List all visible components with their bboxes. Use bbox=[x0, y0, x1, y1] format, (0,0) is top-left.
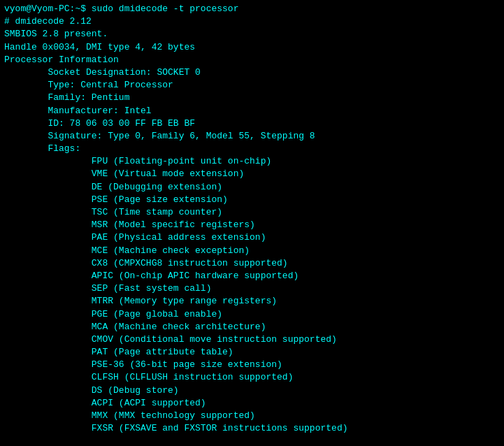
terminal-line: Family: Pentium bbox=[4, 92, 500, 104]
terminal-line: MSR (Model specific registers) bbox=[4, 219, 500, 231]
terminal-line: Handle 0x0034, DMI type 4, 42 bytes bbox=[4, 41, 500, 54]
terminal-line: ID: 78 06 03 00 FF FB EB BF bbox=[4, 117, 500, 130]
terminal-line: vyom@Vyom-PC:~$ sudo dmidecode -t proces… bbox=[4, 3, 500, 15]
terminal-line: Manufacturer: Intel bbox=[4, 105, 500, 117]
terminal-line: Type: Central Processor bbox=[4, 79, 500, 92]
terminal-line: SMBIOS 2.8 present. bbox=[4, 28, 500, 41]
terminal-line: Processor Information bbox=[4, 54, 500, 66]
terminal-line: CLFSH (CLFLUSH instruction supported) bbox=[4, 371, 500, 384]
terminal-line: CX8 (CMPXCHG8 instruction supported) bbox=[4, 257, 500, 270]
terminal-line: Flags: bbox=[4, 143, 500, 155]
terminal-line: PSE (Page size extension) bbox=[4, 194, 500, 206]
terminal-line: # dmidecode 2.12 bbox=[4, 15, 500, 28]
terminal-line: PAT (Page attribute table) bbox=[4, 346, 500, 359]
terminal-line: ACPI (ACPI supported) bbox=[4, 397, 500, 410]
terminal-line: MCE (Machine check exception) bbox=[4, 245, 500, 257]
terminal-line: FPU (Floating-point unit on-chip) bbox=[4, 155, 500, 168]
terminal-line: DE (Debugging extension) bbox=[4, 181, 500, 194]
terminal-window: vyom@Vyom-PC:~$ sudo dmidecode -t proces… bbox=[0, 0, 504, 446]
terminal-line: VME (Virtual mode extension) bbox=[4, 168, 500, 180]
terminal-line: CMOV (Conditional move instruction suppo… bbox=[4, 333, 500, 346]
terminal-line: PSE-36 (36-bit page size extension) bbox=[4, 359, 500, 371]
terminal-line: MCA (Machine check architecture) bbox=[4, 321, 500, 333]
terminal-line: TSC (Time stamp counter) bbox=[4, 206, 500, 219]
terminal-line: PAE (Physical address extension) bbox=[4, 231, 500, 244]
terminal-line: Socket Designation: SOCKET 0 bbox=[4, 66, 500, 79]
terminal-line: MTRR (Memory type range registers) bbox=[4, 295, 500, 308]
terminal-line: PGE (Page global enable) bbox=[4, 308, 500, 321]
terminal-line: APIC (On-chip APIC hardware supported) bbox=[4, 270, 500, 282]
terminal-line: DS (Debug store) bbox=[4, 384, 500, 397]
terminal-line: SEP (Fast system call) bbox=[4, 282, 500, 295]
terminal-line: Signature: Type 0, Family 6, Model 55, S… bbox=[4, 130, 500, 143]
terminal-line: MMX (MMX technology supported) bbox=[4, 410, 500, 422]
terminal-line: FXSR (FXSAVE and FXSTOR instructions sup… bbox=[4, 422, 500, 435]
